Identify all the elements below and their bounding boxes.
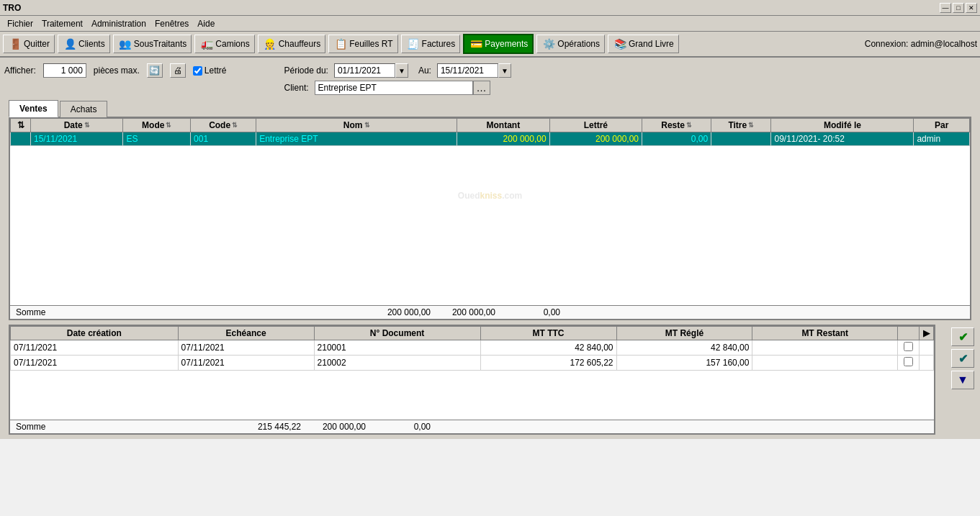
brow1-mt-regle: 42 840,00 [616,340,752,356]
date-from-picker[interactable]: ▼ [395,63,408,78]
th-titre[interactable]: Titre ⇅ [711,119,771,132]
arrow-down-btn[interactable]: ▼ [951,371,974,389]
main-table: ⇅ Date ⇅ Mode ⇅ Code ⇅ Nom ⇅ Montant Let… [10,118,970,146]
date-to-picker[interactable]: ▼ [498,63,511,78]
brow1-echeance: 07/11/2021 [178,340,314,356]
bth-echeance: Echéance [178,327,314,340]
row-modifie: 09/11/2021- 20:52 [771,132,914,146]
th-reste[interactable]: Reste ⇅ [642,119,711,132]
camions-button[interactable]: 🚛 Camions [194,35,254,53]
bottom-row-2[interactable]: 07/11/2021 07/11/2021 210002 172 605,22 … [11,356,934,371]
check-dark-btn[interactable]: ✔ [951,349,974,368]
main-table-wrapper[interactable]: ⇅ Date ⇅ Mode ⇅ Code ⇅ Nom ⇅ Montant Let… [10,118,970,305]
somme-montant: 200 000,00 [366,307,431,317]
periode-label: Période du: [284,65,328,76]
client-search-btn[interactable]: … [473,81,490,95]
close-btn[interactable]: ✕ [966,3,977,13]
th-date[interactable]: Date ⇅ [31,119,123,132]
tabs-container: Ventes Achats [4,99,976,117]
menu-administration[interactable]: Administration [87,17,150,30]
check-all-green-btn[interactable]: ✔ [951,327,974,346]
bottom-somme-ttc: 215 445,22 [236,422,301,432]
bth-check [898,327,920,340]
row-lettre: 200 000,00 [549,132,642,146]
brow1-mt-restant [752,340,898,356]
clients-icon: 👤 [63,37,77,51]
bottom-somme-label: Somme [13,422,92,432]
th-nom[interactable]: Nom ⇅ [256,119,457,132]
th-montant: Montant [457,119,549,132]
th-par: Par [914,119,970,132]
bth-mt-regle: MT Réglé [616,327,752,340]
main-content: Afficher: pièces max. 🔄 🖨 Lettré Période… [0,58,980,439]
brow2-check[interactable] [898,356,920,371]
title-bar: TRO — □ ✕ [0,0,980,16]
row-reste: 0,00 [642,132,711,146]
factures-icon: 🧾 [406,37,421,51]
action-buttons: ✔ ✔ ▼ [951,327,974,389]
bottom-section: Date création Echéance N° Document MT TT… [9,325,971,435]
paiements-button[interactable]: 💳 Payements [463,34,534,54]
bottom-table-wrapper[interactable]: Date création Echéance N° Document MT TT… [10,326,934,420]
afficher-label: Afficher: [4,65,36,76]
bottom-somme-restant: 0,00 [366,422,431,432]
clients-button[interactable]: 👤 Clients [58,35,110,53]
feuilles-icon: 📋 [333,37,348,51]
paiements-icon: 💳 [469,37,483,51]
print-button[interactable]: 🖨 [170,63,186,78]
bth-arrow[interactable]: ▶ [920,327,934,340]
brow1-check[interactable] [898,340,920,356]
arrow-down-icon: ▼ [957,374,968,386]
factures-button[interactable]: 🧾 Factures [401,35,461,53]
brow1-checkbox[interactable] [904,342,913,351]
th-sort-arrows[interactable]: ⇅ [11,119,31,132]
maximize-btn[interactable]: □ [953,3,964,13]
somme-reste: 0,00 [495,307,560,317]
refresh-button[interactable]: 🔄 [147,63,163,78]
bottom-somme-row: Somme 215 445,22 200 000,00 0,00 [10,420,934,433]
pieces-label: pièces max. [94,65,140,76]
somme-label: Somme [13,307,157,317]
row-nom: Entreprise EPT [256,132,457,146]
date-to-input[interactable] [437,63,498,78]
toolbar: 🚪 Quitter 👤 Clients 👥 SousTraitants 🚛 Ca… [0,32,980,58]
brow2-ndoc: 210002 [314,356,480,371]
menu-fichier[interactable]: Fichier [3,17,37,30]
menu-aide[interactable]: Aide [193,17,219,30]
brow2-date: 07/11/2021 [11,356,179,371]
feuilles-button[interactable]: 📋 Feuilles RT [328,35,397,53]
bottom-row-1[interactable]: 07/11/2021 07/11/2021 210001 42 840,00 4… [11,340,934,356]
th-code[interactable]: Code ⇅ [191,119,256,132]
lettre-checkbox[interactable] [193,66,202,76]
operations-button[interactable]: ⚙️ Opérations [536,35,605,53]
table-row[interactable]: 15/11/2021 ES 001 Entreprise EPT 200 000… [11,132,970,146]
brow2-checkbox[interactable] [904,357,913,366]
th-mode[interactable]: Mode ⇅ [123,119,191,132]
soustraitants-button[interactable]: 👥 SousTraitants [113,35,192,53]
row-indicator [11,132,31,146]
bottom-table-panel: Date création Echéance N° Document MT TT… [9,325,935,435]
tab-ventes[interactable]: Ventes [9,100,58,117]
bottom-table: Date création Echéance N° Document MT TT… [10,326,934,371]
date-from-input[interactable] [334,63,395,78]
check-green-icon: ✔ [958,330,968,344]
menu-fenetres[interactable]: Fenêtres [150,17,193,30]
connexion-label: Connexion: admin@localhost [865,39,977,49]
grandlivre-button[interactable]: 📚 Grand Livre [608,35,679,53]
chauffeurs-button[interactable]: 👷 Chauffeurs [258,35,325,53]
max-pieces-input[interactable] [43,63,86,78]
minimize-btn[interactable]: — [940,3,951,13]
row-mode: ES [123,132,191,146]
bth-n-document: N° Document [314,327,480,340]
menu-traitement[interactable]: Traitement [37,17,87,30]
camions-icon: 🚛 [199,37,214,51]
somme-row: Somme 200 000,00 200 000,00 0,00 [10,305,970,319]
tab-achats[interactable]: Achats [60,101,108,117]
bth-mt-ttc: MT TTC [480,327,616,340]
brow2-extra [920,356,934,371]
client-input[interactable] [315,81,473,95]
grandlivre-icon: 📚 [613,37,627,51]
bottom-somme-regle: 200 000,00 [301,422,366,432]
lettre-checkbox-label[interactable]: Lettré [193,65,227,76]
quitter-button[interactable]: 🚪 Quitter [3,35,55,53]
